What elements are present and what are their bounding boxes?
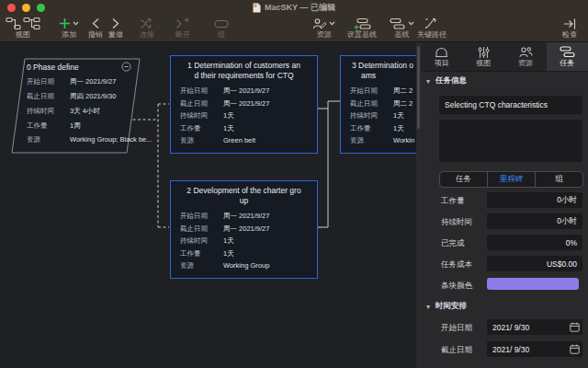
end-date-field[interactable]: 2021/ 9/30: [487, 341, 582, 357]
tab-label: 资源: [518, 60, 533, 67]
duration-field[interactable]: 0小时: [487, 213, 582, 229]
view-mode-button[interactable]: 视图: [6, 17, 40, 39]
zoom-window-button[interactable]: [37, 4, 45, 12]
node-task-2[interactable]: 2 Development of the charter gro up 开始日期…: [170, 180, 318, 279]
resource-person-icon: [312, 17, 327, 30]
toolbar: 视图 添加 撤销: [0, 15, 588, 42]
section-label: 时间安排: [435, 301, 467, 312]
undo-label: 撤销: [88, 31, 103, 39]
node-title: 1 Determination of customers an: [180, 61, 308, 71]
disconnect-button[interactable]: 断开: [175, 17, 190, 39]
minimize-window-button[interactable]: [22, 4, 30, 12]
section-label: 任务信息: [435, 75, 467, 86]
baseline-button[interactable]: 基线: [390, 17, 414, 39]
view-label: 视图: [16, 31, 30, 39]
segment-milestone[interactable]: 里程碑: [488, 172, 536, 187]
chevron-down-icon: [329, 21, 335, 26]
app-window: MacSKY — 已编辑: [0, 0, 588, 368]
tab-task[interactable]: 任务: [547, 42, 588, 71]
task-info-section-header[interactable]: 任务信息: [426, 75, 467, 86]
schedule-section-header[interactable]: 时间安排: [426, 301, 467, 312]
node-phase-define[interactable]: 0 Phase define 开始日期周一 2021/9/27 截止日期周四 2…: [13, 59, 139, 152]
critical-path-label: 关键路径: [417, 31, 447, 39]
group-button[interactable]: 组: [214, 17, 229, 39]
field-label: 截止日期: [180, 225, 223, 233]
task-name-value: Selecting CTQ characteristics: [445, 100, 548, 109]
collapse-minus-icon[interactable]: [121, 62, 131, 72]
disclosure-triangle-icon[interactable]: [426, 76, 430, 86]
set-baseline-icon: [354, 17, 371, 30]
disconnect-label: 断开: [175, 31, 190, 39]
field-label: 开始日期: [180, 87, 223, 95]
field-label: 持续时间: [27, 108, 70, 115]
start-date-value: 2021/ 9/30: [492, 323, 529, 332]
people-icon: [518, 46, 533, 58]
field-label: 工作量: [27, 122, 70, 130]
tab-resources[interactable]: 资源: [504, 42, 547, 71]
field-value: 周一 2021/9/27: [223, 213, 269, 220]
add-label: 添加: [62, 31, 76, 39]
connect-button[interactable]: 连接: [140, 17, 154, 39]
cost-label: 任务成本: [441, 260, 472, 269]
bar-color-swatch[interactable]: [487, 278, 579, 290]
field-value: 3天 4小时: [70, 108, 100, 115]
titlebar: MacSKY — 已编辑: [0, 0, 588, 15]
start-date-field[interactable]: 2021/ 9/30: [487, 319, 582, 335]
inspect-button[interactable]: 检查: [562, 17, 577, 39]
baseline-label: 基线: [395, 31, 410, 39]
inspector-toggle-icon: [563, 17, 577, 30]
group-frame-icon: [214, 18, 229, 29]
redo-button[interactable]: 重做: [108, 17, 123, 39]
redo-chevron-icon: [111, 17, 120, 29]
field-value: 1天: [223, 112, 234, 120]
chevron-down-icon: [73, 21, 79, 26]
disclosure-triangle-icon[interactable]: [426, 302, 430, 311]
calendar-icon[interactable]: [570, 344, 580, 354]
tab-label: 视图: [476, 60, 491, 67]
field-value: Green belt: [223, 137, 255, 144]
task-cards-icon: [560, 46, 575, 58]
segment-group[interactable]: 组: [536, 172, 582, 187]
critical-path-button[interactable]: 关键路径: [417, 17, 447, 39]
close-window-button[interactable]: [7, 4, 16, 12]
traffic-lights: [0, 4, 45, 12]
work-label: 工作量: [441, 197, 465, 205]
node-task-1[interactable]: 1 Determination of customers an d their …: [170, 55, 318, 154]
work-field[interactable]: 0小时: [487, 192, 582, 208]
completed-field[interactable]: 0%: [487, 235, 582, 250]
field-label: 资源: [180, 137, 223, 144]
diagram-canvas[interactable]: 0 Phase define 开始日期周一 2021/9/27 截止日期周四 2…: [0, 42, 416, 368]
field-value: 1天: [393, 112, 404, 120]
field-value: 周一 2021/9/27: [223, 87, 269, 95]
field-label: 截止日期: [27, 93, 70, 100]
window-title: MacSKY — 已编辑: [265, 2, 335, 14]
field-value: 周二 2: [393, 100, 413, 108]
segment-task[interactable]: 任务: [440, 172, 488, 187]
document-icon: [253, 3, 261, 13]
field-label: 持续时间: [180, 112, 223, 120]
task-notes-input[interactable]: [439, 120, 582, 162]
redo-label: 重做: [108, 31, 123, 39]
inspector-panel: 项目 视图: [421, 42, 588, 368]
project-tray-icon: [435, 46, 448, 58]
field-label: 持续时间: [180, 237, 223, 245]
undo-button[interactable]: 撤销: [88, 17, 103, 39]
inspector-tabs: 项目 视图: [421, 42, 588, 72]
calendar-icon[interactable]: [570, 322, 580, 332]
relation-view-icon: [23, 17, 40, 30]
field-label: 资源: [350, 137, 393, 144]
node-task-3[interactable]: 3 Determination o ams 开始日期周二 2 截止日期周二 2 …: [340, 55, 416, 154]
cost-field[interactable]: US$0.00: [487, 256, 582, 271]
tab-project[interactable]: 项目: [421, 42, 463, 71]
task-name-input[interactable]: Selecting CTQ characteristics: [439, 96, 582, 114]
resources-label: 资源: [317, 31, 332, 39]
field-label: 开始日期: [180, 213, 223, 220]
add-task-button[interactable]: 添加: [59, 17, 79, 39]
resources-button[interactable]: 资源: [312, 17, 335, 39]
set-baseline-button[interactable]: 设置基线: [347, 17, 377, 39]
field-value: 周二 2: [393, 87, 413, 95]
tab-view[interactable]: 视图: [463, 42, 505, 71]
group-label: 组: [218, 31, 225, 39]
segment-label: 里程碑: [500, 174, 524, 185]
set-baseline-label: 设置基线: [347, 31, 377, 39]
